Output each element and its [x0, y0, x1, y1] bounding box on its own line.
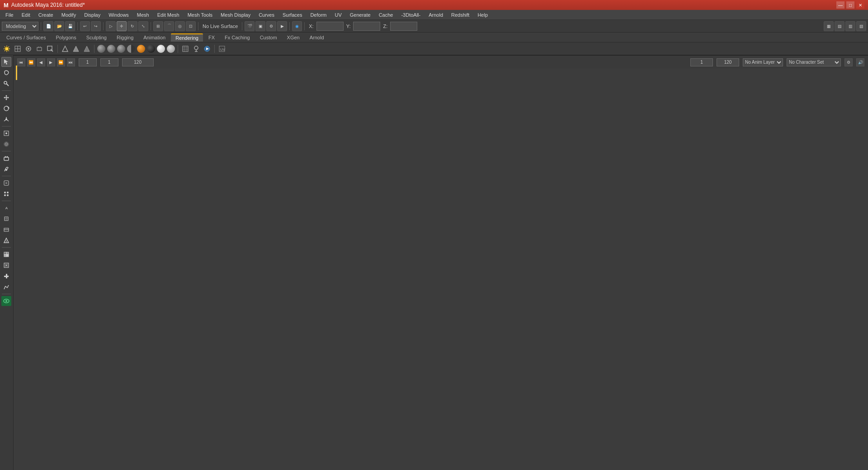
sound-btn[interactable]: 🔊: [856, 58, 864, 66]
snap-curve-button[interactable]: ⌒: [164, 21, 174, 31]
render-region-button[interactable]: ▣: [255, 21, 265, 31]
character-set-dropdown[interactable]: No Character Set: [787, 58, 841, 66]
menu-item-redshift[interactable]: Redshift: [448, 11, 473, 19]
move-button[interactable]: ✛: [117, 21, 127, 31]
tab-fx[interactable]: FX: [204, 34, 219, 41]
tab-custom[interactable]: Custom: [255, 34, 282, 41]
prev-frame-btn[interactable]: ⏪: [27, 58, 35, 66]
mode-dropdown[interactable]: Modeling Rigging Animation FX Rendering: [2, 22, 38, 31]
scale-button[interactable]: ⤡: [138, 21, 148, 31]
workspace-btn3[interactable]: ▥: [845, 21, 855, 31]
workspace-btn4[interactable]: ▧: [856, 21, 866, 31]
anim-settings-btn[interactable]: ⚙: [844, 58, 853, 66]
y-input[interactable]: [353, 22, 380, 31]
play-fwd-btn[interactable]: ▶: [47, 58, 55, 66]
menu-item-windows[interactable]: Windows: [105, 11, 132, 19]
render-view-button[interactable]: ◉: [292, 21, 302, 31]
undo-button[interactable]: ↩: [80, 21, 90, 31]
menu-item-edit[interactable]: Edit: [18, 11, 34, 19]
menu-item-curves[interactable]: Curves: [255, 11, 278, 19]
menu-item-help[interactable]: Help: [474, 11, 491, 19]
tool-btn-b[interactable]: [1, 214, 11, 224]
shading-sphere-3[interactable]: [117, 45, 125, 53]
snap-tool-btn[interactable]: [1, 128, 11, 138]
shading-sphere-8[interactable]: [167, 45, 175, 53]
menu-item-edit-mesh[interactable]: Edit Mesh: [154, 11, 183, 19]
open-file-button[interactable]: 📂: [54, 21, 64, 31]
menu-item-mesh[interactable]: Mesh: [133, 11, 153, 19]
tab-animation[interactable]: Animation: [139, 34, 170, 41]
range-start-right[interactable]: [690, 58, 713, 66]
tool-btn-e[interactable]: [1, 249, 11, 259]
menu-item-arnold[interactable]: Arnold: [425, 11, 447, 19]
snap-grid-button[interactable]: ⊞: [153, 21, 163, 31]
anim-layer-dropdown[interactable]: No Anim Layer: [743, 58, 783, 66]
ctrl-icon-btn[interactable]: [34, 44, 44, 54]
x-input[interactable]: [316, 22, 344, 31]
range-start-input[interactable]: [100, 58, 118, 66]
menu-item-mesh-tools[interactable]: Mesh Tools: [184, 11, 216, 19]
shading-sphere-7[interactable]: [157, 45, 165, 53]
menu-item-deform[interactable]: Deform: [307, 11, 330, 19]
component-mode-btn[interactable]: [1, 189, 11, 199]
menu-item--3dtoall-[interactable]: -3DtoAll-: [397, 11, 424, 19]
tab-polygons[interactable]: Polygons: [51, 34, 80, 41]
shading-sphere-6[interactable]: [147, 45, 155, 53]
maximize-button[interactable]: □: [846, 1, 854, 9]
paint-effects-btn[interactable]: [1, 164, 11, 174]
next-frame-btn[interactable]: ⏩: [57, 58, 65, 66]
play-back-btn[interactable]: ◀: [37, 58, 45, 66]
select-tool-btn[interactable]: [1, 57, 11, 67]
workspace-btn2[interactable]: ▤: [835, 21, 844, 31]
transform-icon-btn[interactable]: [13, 44, 23, 54]
flat-btn[interactable]: [82, 44, 92, 54]
go-start-btn[interactable]: ⏮: [17, 58, 25, 66]
tab-fx-caching[interactable]: Fx Caching: [220, 34, 255, 41]
menu-item-generate[interactable]: Generate: [346, 11, 374, 19]
move-tool-btn[interactable]: [1, 93, 11, 103]
z-input[interactable]: [390, 22, 417, 31]
menu-item-create[interactable]: Create: [35, 11, 57, 19]
new-file-button[interactable]: 📄: [43, 21, 53, 31]
minimize-button[interactable]: —: [836, 1, 844, 9]
solid-btn[interactable]: [71, 44, 81, 54]
rotate-tool-btn[interactable]: [1, 103, 11, 113]
playhead[interactable]: [16, 66, 17, 80]
menu-item-cache[interactable]: Cache: [375, 11, 397, 19]
snap-point-button[interactable]: ◎: [175, 21, 185, 31]
texture-btn[interactable]: [180, 44, 190, 54]
shading-sphere-1[interactable]: [97, 45, 105, 53]
rotate-button[interactable]: ↻: [127, 21, 137, 31]
tab-rendering[interactable]: Rendering: [171, 33, 203, 42]
show-manipulator-btn[interactable]: [1, 178, 11, 188]
menu-item-modify[interactable]: Modify: [58, 11, 80, 19]
maya-icon-btn[interactable]: [1, 296, 11, 306]
scale-tool-btn[interactable]: [1, 114, 11, 124]
sun-icon-btn[interactable]: [2, 44, 12, 54]
tool-btn-c[interactable]: [1, 225, 11, 235]
select-mode-btn[interactable]: [45, 44, 55, 54]
paint-tool-btn[interactable]: [1, 79, 11, 89]
light-icon-btn[interactable]: [191, 44, 201, 54]
wire-btn[interactable]: [60, 44, 70, 54]
material-btn[interactable]: [1, 153, 11, 163]
redo-button[interactable]: ↪: [91, 21, 101, 31]
menu-item-uv[interactable]: UV: [331, 11, 345, 19]
go-end-btn[interactable]: ⏭: [67, 58, 75, 66]
render-icon-btn[interactable]: [202, 44, 212, 54]
current-frame-input[interactable]: [79, 58, 97, 66]
select-button[interactable]: ▷: [106, 21, 116, 31]
menu-item-file[interactable]: File: [2, 11, 17, 19]
shading-sphere-5[interactable]: [137, 45, 145, 53]
lasso-tool-btn[interactable]: [1, 68, 11, 78]
tool-btn-d[interactable]: [1, 235, 11, 245]
soft-select-btn[interactable]: [1, 139, 11, 149]
workspace-btn1[interactable]: ▦: [824, 21, 834, 31]
uv-icon-btn[interactable]: UV: [217, 44, 227, 54]
tab-xgen[interactable]: XGen: [283, 34, 304, 41]
tab-arnold[interactable]: Arnold: [305, 34, 329, 41]
range-end-right[interactable]: [717, 58, 739, 66]
render-sequence-button[interactable]: ▶: [277, 21, 287, 31]
save-file-button[interactable]: 💾: [65, 21, 75, 31]
tool-btn-f[interactable]: [1, 260, 11, 270]
